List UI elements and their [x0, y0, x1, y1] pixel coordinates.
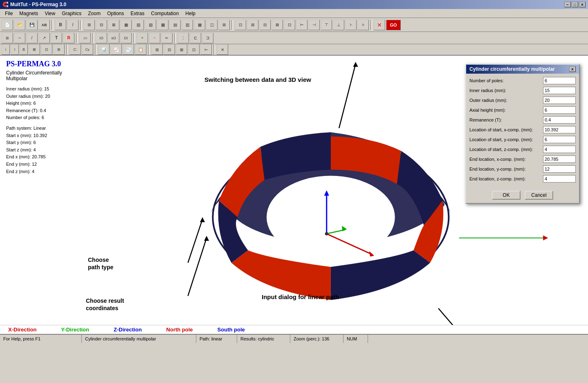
tb-new[interactable]: 📄	[2, 20, 13, 30]
menu-extras[interactable]: Extras	[127, 10, 148, 17]
menu-zoom[interactable]: Zoom	[85, 10, 104, 17]
tb3-b10[interactable]: 📈	[110, 44, 122, 55]
tb-bold[interactable]: B	[55, 20, 66, 30]
dialog-input-7[interactable]	[543, 146, 576, 153]
tb3-b8[interactable]: C₂	[82, 44, 93, 55]
tb3-b5[interactable]: ⊡	[41, 44, 52, 55]
tb3-b2[interactable]: I	[11, 44, 19, 55]
dialog-label-10: End location, z-comp. (mm):	[469, 176, 543, 181]
tb2-b2[interactable]: ∼	[14, 33, 25, 43]
tb2-b11[interactable]: +	[137, 33, 148, 43]
tb2-b1[interactable]: ⊞	[2, 33, 13, 43]
tb-b9[interactable]: ⊞	[218, 20, 230, 30]
tb-save[interactable]: 💾	[26, 20, 38, 30]
tb-b6[interactable]: ▥	[182, 20, 193, 30]
dialog-input-10[interactable]	[543, 175, 576, 182]
tb-c1[interactable]: ⊡	[235, 20, 246, 30]
menu-graphics[interactable]: Graphics	[58, 10, 85, 17]
tb3-b16[interactable]: ⊡	[188, 44, 200, 55]
dialog-label-2: Outer radius (mm):	[469, 98, 543, 103]
tb-stop[interactable]: ✕	[374, 20, 385, 30]
tb-b2[interactable]: ▧	[132, 20, 144, 30]
tb2-b16[interactable]: ⊐	[202, 33, 213, 43]
menu-file[interactable]: File	[2, 10, 16, 17]
tb3-b18[interactable]: ✕	[217, 44, 228, 55]
tb2-b6[interactable]: R	[63, 33, 74, 43]
tb-align[interactable]: ⊠	[108, 20, 119, 30]
tb-c7[interactable]: ⊣	[308, 20, 320, 30]
tb-c5[interactable]: ⊡	[284, 20, 295, 30]
tb-c6[interactable]: ⊢	[296, 20, 307, 30]
tb2-b10[interactable]: DI	[120, 33, 132, 43]
tb-grid2[interactable]: ⊟	[96, 20, 107, 30]
dialog-close-button[interactable]: ×	[569, 66, 576, 72]
dialog-input-1[interactable]	[543, 87, 576, 94]
tb3-b7[interactable]: C:	[70, 44, 81, 55]
tb2-b12[interactable]: −	[149, 33, 160, 43]
tb-b3[interactable]: ▨	[145, 20, 156, 30]
tb3-b6[interactable]: ⊞	[53, 44, 65, 55]
menu-options[interactable]: Options	[104, 10, 127, 17]
tb2-b3[interactable]: /	[26, 33, 38, 43]
param-startx: Start x (mm): 10.392	[6, 132, 76, 140]
dialog-input-2[interactable]	[543, 97, 576, 104]
tb-c10[interactable]: ⊦	[345, 20, 357, 30]
tb2-b15[interactable]: ⊏	[190, 33, 201, 43]
tb-c8[interactable]: ⊤	[321, 20, 332, 30]
dialog-input-6[interactable]	[543, 136, 576, 143]
maximize-button[interactable]: □	[572, 2, 578, 7]
tb2-b7[interactable]: ▭	[79, 33, 91, 43]
status-zoom: Zoom (perc.): 136	[290, 335, 343, 343]
dialog-input-5[interactable]	[543, 126, 576, 133]
tb-b1[interactable]: ▦	[120, 20, 132, 30]
dialog-input-0[interactable]	[543, 77, 576, 84]
tb2-b9[interactable]: sO	[108, 33, 119, 43]
dialog-ok-button[interactable]: OK	[492, 191, 521, 200]
tb-c4[interactable]: ⊠	[272, 20, 283, 30]
tb-c11[interactable]: ⊧	[357, 20, 369, 30]
minimize-button[interactable]: −	[564, 2, 571, 7]
tb2-b8[interactable]: IO	[96, 33, 107, 43]
legend-item-2: Z-Direction	[114, 327, 142, 333]
tb-grid[interactable]: ⊞	[83, 20, 95, 30]
tb-c3[interactable]: ⊟	[259, 20, 271, 30]
menu-view[interactable]: View	[41, 10, 58, 17]
tb3-b1[interactable]: i	[2, 44, 10, 55]
tb2-b14[interactable]: ⋮	[177, 33, 189, 43]
tb-c9[interactable]: ⊥	[333, 20, 344, 30]
tb-open[interactable]: 📂	[14, 20, 25, 30]
tb3-b12[interactable]: 📋	[135, 44, 146, 55]
tb-c2[interactable]: ⊞	[247, 20, 258, 30]
tb-b8[interactable]: ◫	[206, 20, 218, 30]
tb3-b17[interactable]: ⊢	[200, 44, 212, 55]
menu-computation[interactable]: Computation	[148, 10, 182, 17]
tb3-b11[interactable]: 📉	[123, 44, 134, 55]
tb-go[interactable]: GO	[386, 20, 401, 30]
tb3-b3[interactable]: B	[20, 44, 28, 55]
tb-italic[interactable]: I	[67, 20, 79, 30]
tb-b5[interactable]: ▤	[169, 20, 181, 30]
tb-b7[interactable]: ▦	[194, 20, 205, 30]
tb2-b4[interactable]: ↗	[38, 33, 50, 43]
tb3-b13[interactable]: ⊞	[151, 44, 163, 55]
tb2-b5[interactable]: T	[51, 33, 62, 43]
tb-b4[interactable]: ▩	[157, 20, 168, 30]
close-button[interactable]: ×	[579, 2, 586, 7]
tb2-b13[interactable]: ✏	[161, 33, 173, 43]
menu-magnets[interactable]: Magnets	[16, 10, 41, 17]
tb3-b9[interactable]: 📊	[98, 44, 110, 55]
tb3-b15[interactable]: ⊠	[176, 44, 187, 55]
dialog-cancel-button[interactable]: Cancel	[525, 191, 553, 200]
param-endy: End y (mm): 12	[6, 161, 76, 168]
dialog-input-8[interactable]	[543, 155, 576, 163]
dialog-input-9[interactable]	[543, 165, 576, 173]
menu-help[interactable]: Help	[182, 10, 199, 17]
tb-text[interactable]: AB	[38, 20, 50, 30]
param-startz: Start z (mm): 4	[6, 146, 76, 154]
dialog-input-3[interactable]	[543, 106, 576, 114]
tb3-b14[interactable]: ⊟	[164, 44, 175, 55]
dialog-label-8: End location, x-comp. (mm):	[469, 157, 543, 162]
tb3-b4[interactable]: ⊠	[29, 44, 40, 55]
dialog-input-4[interactable]	[543, 116, 576, 124]
separator-2	[80, 20, 82, 30]
